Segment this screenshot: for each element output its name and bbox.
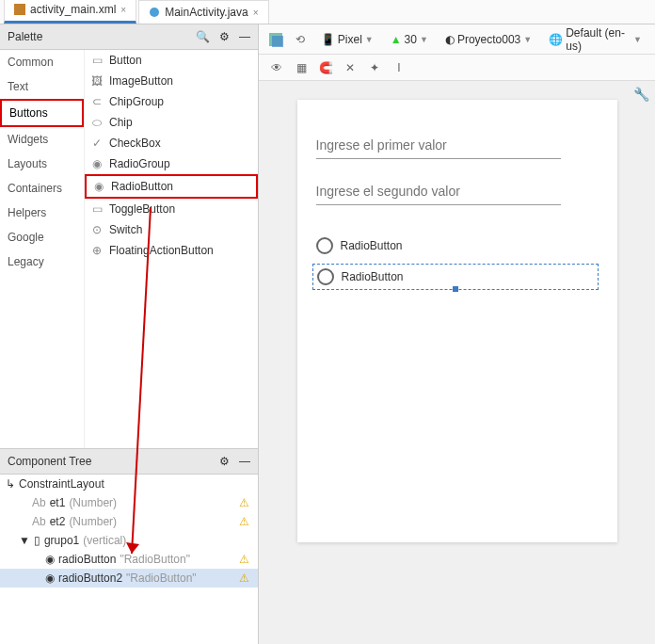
chipgroup-icon: ⊂ (90, 95, 104, 108)
design-surface-icon[interactable] (266, 29, 285, 50)
item-chipgroup[interactable]: ⊂ChipGroup (85, 91, 258, 112)
radio-icon: ◉ (45, 553, 55, 566)
svg-rect-0 (14, 4, 25, 15)
java-icon (149, 7, 160, 18)
text-icon: Ab (32, 515, 46, 528)
checkbox-icon: ✓ (90, 137, 104, 150)
input-primer-valor[interactable] (316, 132, 561, 159)
tree-et1[interactable]: Abet1 (Number)⚠ (0, 493, 258, 512)
warning-icon: ⚠ (239, 553, 252, 566)
close-icon[interactable]: × (120, 5, 126, 15)
item-radiogroup[interactable]: ◉RadioGroup (85, 153, 258, 174)
radiogroup-icon: ◉ (90, 157, 104, 170)
grid-icon[interactable]: ▦ (291, 57, 312, 78)
tree-grupo1[interactable]: ▼▯grupo1 (vertical) (0, 531, 258, 550)
tree-header: Component Tree ⚙ — (0, 449, 258, 475)
infer-icon[interactable]: ✦ (364, 57, 385, 78)
chevron-down-icon: ▼ (365, 35, 374, 44)
orientation-icon[interactable]: ⟲ (291, 29, 310, 50)
radio-icon: ◉ (45, 572, 55, 585)
design-toolbar2: 👁 ▦ 🧲 ✕ ✦ I (259, 55, 655, 81)
palette-items: ▭Button 🖼ImageButton ⊂ChipGroup ⬭Chip ✓C… (85, 50, 258, 448)
item-button[interactable]: ▭Button (85, 50, 258, 71)
cat-google[interactable]: Google (0, 225, 84, 250)
palette-title: Palette (8, 30, 42, 43)
device-selector[interactable]: 📱Pixel▼ (315, 31, 379, 48)
theme-icon: ◐ (445, 33, 455, 46)
android-icon: ▲ (391, 33, 402, 46)
clear-constraints-icon[interactable]: ✕ (340, 57, 360, 78)
tree-title: Component Tree (8, 455, 91, 468)
theme-selector[interactable]: ◐Proyecto003▼ (439, 31, 537, 48)
search-icon[interactable]: 🔍 (196, 30, 210, 43)
warning-icon: ⚠ (239, 572, 252, 585)
minimize-icon[interactable]: — (239, 30, 250, 43)
tab-activity-main[interactable]: activity_main.xml × (4, 0, 136, 24)
cat-widgets[interactable]: Widgets (0, 127, 84, 152)
svg-point-1 (150, 8, 159, 17)
expand-icon[interactable]: ▼ (19, 534, 30, 547)
margin-icon[interactable]: I (389, 57, 409, 78)
cat-helpers[interactable]: Helpers (0, 201, 84, 225)
warning-icon: ⚠ (239, 515, 252, 528)
tree-radiobutton[interactable]: ◉radioButton "RadioButton"⚠ (0, 550, 258, 569)
item-imagebutton[interactable]: 🖼ImageButton (85, 71, 258, 91)
palette-header: Palette 🔍 ⚙ — (0, 24, 258, 50)
item-radiobutton[interactable]: ◉RadioButton (85, 174, 258, 199)
chevron-down-icon: ▼ (633, 35, 642, 44)
preview-radiobutton[interactable]: RadioButton (316, 237, 599, 254)
imagebutton-icon: 🖼 (90, 74, 104, 88)
tab-mainactivity[interactable]: MainActivity.java × (138, 0, 268, 24)
close-icon[interactable]: × (253, 8, 259, 18)
fab-icon: ⊕ (90, 244, 104, 257)
design-panel: ⟲ 📱Pixel▼ ▲30▼ ◐Proyecto003▼ 🌐Default (e… (259, 24, 655, 644)
input-segundo-valor[interactable] (316, 178, 561, 205)
magnet-icon[interactable]: 🧲 (315, 57, 336, 78)
globe-icon: 🌐 (549, 33, 563, 46)
minimize-icon[interactable]: — (239, 455, 250, 468)
xml-icon (14, 4, 25, 15)
layout-icon: ↳ (6, 477, 15, 491)
wrench-icon[interactable]: 🔧 (633, 87, 649, 102)
button-icon: ▭ (90, 54, 104, 67)
cat-common[interactable]: Common (0, 50, 84, 74)
view-options-icon[interactable]: 👁 (266, 57, 287, 78)
tab-label: activity_main.xml (30, 3, 116, 16)
gear-icon[interactable]: ⚙ (219, 30, 230, 43)
design-toolbar: ⟲ 📱Pixel▼ ▲30▼ ◐Proyecto003▼ 🌐Default (e… (259, 24, 655, 55)
phone-icon: 📱 (321, 33, 335, 46)
cat-layouts[interactable]: Layouts (0, 152, 84, 176)
cat-containers[interactable]: Containers (0, 176, 84, 201)
cat-legacy[interactable]: Legacy (0, 250, 84, 274)
tree-et2[interactable]: Abet2 (Number)⚠ (0, 512, 258, 531)
api-selector[interactable]: ▲30▼ (385, 31, 434, 48)
switch-icon: ⊙ (90, 223, 104, 236)
gear-icon[interactable]: ⚙ (219, 455, 230, 468)
warning-icon: ⚠ (239, 496, 252, 509)
svg-rect-3 (272, 36, 283, 47)
item-togglebutton[interactable]: ▭ToggleButton (85, 199, 258, 219)
item-checkbox[interactable]: ✓CheckBox (85, 133, 258, 153)
togglebutton-icon: ▭ (90, 202, 104, 216)
chip-icon: ⬭ (90, 116, 104, 129)
text-icon: Ab (32, 496, 46, 509)
design-surface[interactable]: 🔧 RadioButton RadioButton (259, 81, 655, 644)
cat-text[interactable]: Text (0, 74, 84, 99)
component-tree: ↳ConstraintLayout Abet1 (Number)⚠ Abet2 … (0, 475, 258, 644)
cat-buttons[interactable]: Buttons (0, 99, 84, 127)
item-chip[interactable]: ⬭Chip (85, 112, 258, 133)
radiobutton-icon: ◉ (92, 180, 105, 193)
device-preview[interactable]: RadioButton RadioButton (297, 100, 617, 542)
radio-circle-icon (316, 237, 333, 254)
preview-radiobutton2[interactable]: RadioButton (312, 264, 599, 290)
tab-label: MainActivity.java (165, 6, 248, 19)
item-fab[interactable]: ⊕FloatingActionButton (85, 240, 258, 261)
tree-root[interactable]: ↳ConstraintLayout (0, 475, 258, 493)
group-icon: ▯ (34, 534, 40, 547)
left-panel: Palette 🔍 ⚙ — Common Text Buttons Widget… (0, 24, 259, 644)
chevron-down-icon: ▼ (523, 35, 532, 44)
item-switch[interactable]: ⊙Switch (85, 219, 258, 240)
tree-radiobutton2[interactable]: ◉radioButton2 "RadioButton"⚠ (0, 569, 258, 588)
palette-categories: Common Text Buttons Widgets Layouts Cont… (0, 50, 85, 448)
locale-selector[interactable]: 🌐Default (en-us)▼ (543, 24, 647, 55)
